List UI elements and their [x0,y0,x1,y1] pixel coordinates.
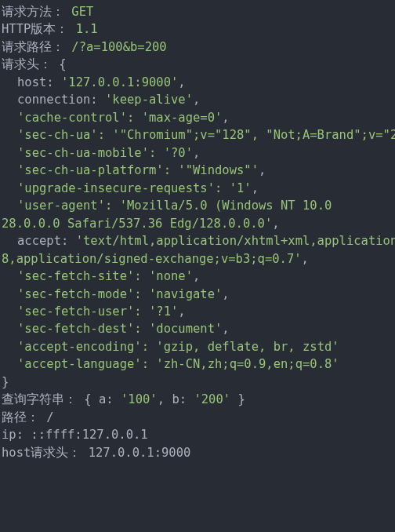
header-sec-ch-ua: 'sec-ch-ua': '"Chromium";v="128", "Not;A… [2,126,393,144]
header-accept-language: 'accept-language': 'zh-CN,zh;q=0.9,en;q=… [2,355,393,373]
method-label: 请求方法： [2,5,64,19]
query-label: 查询字符串： [2,392,77,406]
close-brace: } [2,375,9,389]
ip-line: ip: ::ffff:127.0.0.1 [2,426,393,443]
headers-open-line: 请求头： { [2,56,393,73]
route-value: / [46,410,53,425]
header-sec-ch-ua-mobile: 'sec-ch-ua-mobile': '?0', [2,144,393,162]
path-value: /?a=100&b=200 [71,40,166,54]
header-upgrade-insecure-requests: 'upgrade-insecure-requests': '1', [2,180,393,197]
header-host: host: '127.0.0.1:9000', [2,74,393,91]
ip-value: ::ffff:127.0.0.1 [31,428,147,442]
headers-close-line: } [2,373,393,391]
header-sec-fetch-dest: 'sec-fetch-dest': 'document', [2,320,393,337]
host-header-line: host请求头： 127.0.0.1:9000 [2,444,393,461]
header-sec-ch-ua-platform: 'sec-ch-ua-platform': '"Windows"', [2,162,393,179]
header-sec-fetch-mode: 'sec-fetch-mode': 'navigate', [2,286,393,303]
host-header-value: 127.0.0.1:9000 [89,446,191,460]
header-connection: connection: 'keep-alive', [2,91,393,108]
path-label: 请求路径： [2,40,64,54]
header-accept: accept: 'text/html,application/xhtml+xml… [2,232,393,250]
header-user-agent: 'user-agent': 'Mozilla/5.0 (Windows NT 1… [2,197,393,214]
route-line: 路径： / [2,409,393,426]
query-string-line: 查询字符串： { a: '100', b: '200' } [2,391,393,408]
httpver-value: 1.1 [76,22,98,36]
open-brace: { [59,57,66,71]
httpver-label: HTTP版本： [2,22,68,36]
headers-label: 请求头： [2,57,52,71]
header-cache-control: 'cache-control': 'max-age=0', [2,109,393,126]
route-label: 路径： [2,410,39,425]
method-value: GET [71,5,93,19]
http-version-line: HTTP版本： 1.1 [2,20,393,38]
header-sec-fetch-site: 'sec-fetch-site': 'none', [2,268,393,285]
request-path-line: 请求路径： /?a=100&b=200 [2,38,393,56]
request-method-line: 请求方法： GET [2,3,393,20]
header-sec-fetch-user: 'sec-fetch-user': '?1', [2,303,393,320]
header-accept-cont: 8,application/signed-exchange;v=b3;q=0.7… [2,250,393,268]
ip-label: ip: [2,428,24,442]
host-header-label: host请求头： [2,446,81,460]
header-user-agent-cont: 28.0.0.0 Safari/537.36 Edg/128.0.0.0', [2,215,393,232]
header-accept-encoding: 'accept-encoding': 'gzip, deflate, br, z… [2,338,393,355]
